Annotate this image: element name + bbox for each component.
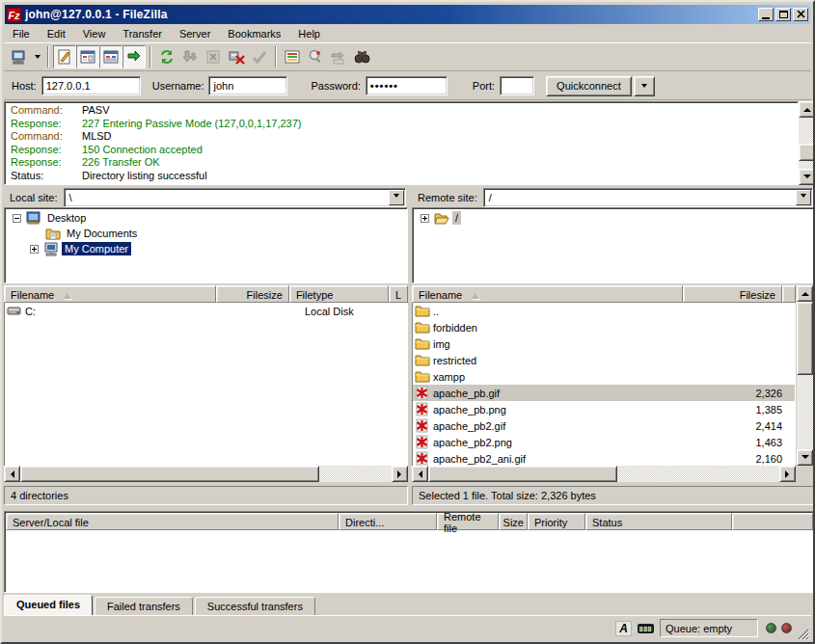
scroll-right-button[interactable] [779,466,796,482]
scrollbar-thumb[interactable] [799,144,815,161]
toggle-local-tree-button[interactable] [76,45,99,68]
site-manager-dropdown[interactable] [31,45,43,68]
scroll-down-button[interactable] [797,449,813,466]
column-server-local-file[interactable]: Server/Local file [6,513,339,530]
local-list-hscrollbar[interactable] [4,466,408,482]
remote-file-row[interactable]: apache_pb.png1,385 [413,401,795,417]
remote-file-row[interactable]: restricted [413,352,795,368]
remote-file-row[interactable]: apache_pb2_ani.gif2,160 [413,450,795,466]
sync-browse-icon [331,49,346,65]
port-input[interactable] [500,76,534,95]
expand-icon[interactable] [421,214,429,223]
toggle-message-log-button[interactable] [53,45,76,68]
resize-grip[interactable] [797,628,809,640]
collapse-icon[interactable] [13,214,21,223]
tree-item-root[interactable]: / [413,210,814,226]
process-queue-button[interactable] [178,45,202,68]
remote-file-row[interactable]: img [413,335,795,352]
column-filesize[interactable]: Filesize [216,285,289,303]
remote-file-row[interactable]: xampp [413,368,795,385]
column-filetype[interactable]: Filetype [289,285,389,303]
combo-dropdown-button[interactable] [796,190,811,205]
remote-site-combo[interactable]: / [483,188,813,207]
host-input[interactable]: 127.0.0.1 [41,76,141,95]
column-remote-file[interactable]: Remote file [437,513,499,530]
minimize-button[interactable] [758,8,774,21]
scrollbar-thumb[interactable] [428,466,617,482]
tree-item-my-computer[interactable]: My Computer [5,241,407,256]
menu-help[interactable]: Help [289,26,329,41]
tree-item-my-documents[interactable]: My Documents [5,226,407,241]
quickconnect-button[interactable]: Quickconnect [546,76,632,96]
site-manager-button[interactable] [8,45,31,68]
menu-bookmarks[interactable]: Bookmarks [219,26,289,41]
remote-file-row[interactable]: apache_pb2.png1,463 [413,434,795,450]
scroll-up-button[interactable] [797,285,813,302]
abort-button[interactable] [248,45,271,68]
remote-file-row[interactable]: apache_pb2.gif2,414 [413,417,795,434]
status-bar: A 888 Queue: empty [4,615,811,640]
column-extra[interactable] [782,285,796,303]
message-log-body[interactable]: Command:PASV Response:227 Entering Passi… [4,101,799,185]
maximize-button[interactable] [775,8,791,21]
menu-file[interactable]: File [4,26,39,41]
remote-file-list[interactable]: .. forbidden img restricted xampp apache… [412,303,796,466]
column-last-modified[interactable]: L [389,285,408,303]
menu-transfer[interactable]: Transfer [114,26,171,41]
tree-item-desktop[interactable]: Desktop [5,210,407,226]
expand-icon[interactable] [30,245,39,254]
menu-view[interactable]: View [74,26,115,41]
local-file-row[interactable]: C: Local Disk [5,303,407,319]
folder-icon [415,369,430,384]
local-site-combo[interactable]: \ [64,188,406,207]
compare-directories-button[interactable] [304,45,327,68]
column-filename[interactable]: Filename [4,285,216,303]
remote-list-vscrollbar[interactable] [797,285,813,466]
column-status[interactable]: Status [585,513,732,530]
column-priority[interactable]: Priority [528,513,585,530]
filter-button[interactable] [281,45,304,68]
transfer-queue[interactable]: Server/Local file Directi... Remote file… [4,511,815,593]
remote-file-row-selected[interactable]: apache_pb.gif2,326 [413,385,795,401]
column-filesize[interactable]: Filesize [683,285,782,303]
toggle-transfer-queue-button[interactable] [122,45,146,68]
remote-list-hscrollbar[interactable] [412,466,796,482]
refresh-button[interactable] [155,45,178,68]
scroll-up-button[interactable] [799,101,815,118]
menu-edit[interactable]: Edit [39,26,74,41]
scroll-right-button[interactable] [392,466,408,482]
tab-queued-files[interactable]: Queued files [4,595,93,615]
menu-server[interactable]: Server [171,26,219,41]
username-input[interactable]: john [208,76,287,95]
cancel-operation-button[interactable] [202,45,225,68]
scrollbar-thumb[interactable] [20,466,319,482]
column-direction[interactable]: Directi... [339,513,437,530]
synchronized-browsing-button[interactable] [327,45,350,68]
tab-successful-transfers[interactable]: Successful transfers [195,597,315,615]
scrollbar-thumb[interactable] [797,302,813,375]
disconnect-button[interactable] [225,45,248,68]
title-bar[interactable]: Fz john@127.0.0.1 - FileZilla [5,5,810,24]
data-type-indicator[interactable]: A [615,621,632,636]
remote-file-row[interactable]: forbidden [413,319,795,335]
quickconnect-dropdown[interactable] [634,76,655,96]
toggle-remote-tree-button[interactable] [99,45,122,68]
site-manager-icon [12,49,28,65]
column-filename[interactable]: Filename [412,285,683,303]
find-files-button[interactable] [350,45,373,68]
scroll-left-button[interactable] [4,466,20,482]
scroll-down-button[interactable] [799,169,815,185]
log-scrollbar[interactable] [799,101,815,185]
column-size[interactable]: Size [499,513,528,530]
tab-failed-transfers[interactable]: Failed transfers [95,597,193,615]
local-file-list[interactable]: C: Local Disk [4,303,408,466]
close-button[interactable] [793,8,808,21]
drive-icon [7,304,22,318]
scroll-left-button[interactable] [412,466,428,482]
speed-limit-indicator[interactable]: 888 [638,624,654,633]
password-input[interactable]: •••••• [366,76,448,95]
log-line: Response:227 Entering Passive Mode (127,… [11,118,798,131]
queue-tabs: Queued files Failed transfers Successful… [4,594,317,615]
remote-file-row[interactable]: .. [413,303,795,319]
combo-dropdown-button[interactable] [389,190,404,205]
